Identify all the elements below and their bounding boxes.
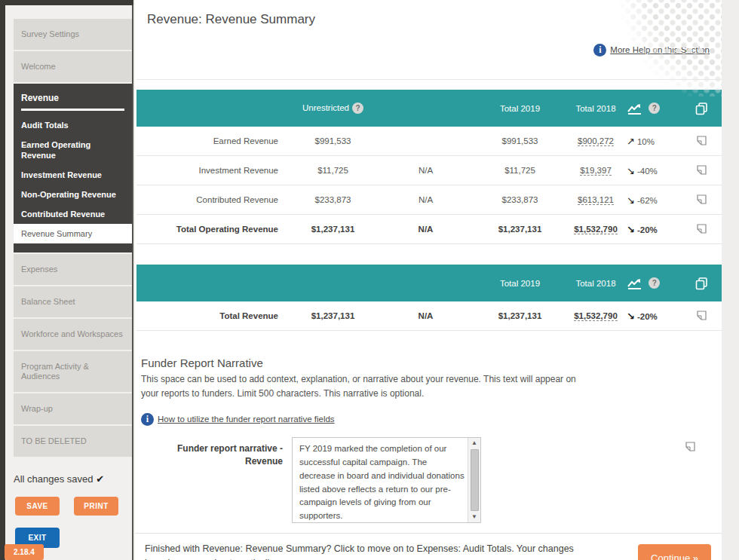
sidebar-item-audit-totals[interactable]: Audit Totals [14, 115, 132, 135]
sidebar-group-revenue-title[interactable]: Revenue [14, 84, 132, 103]
print-button[interactable]: PRINT [74, 497, 118, 516]
col-total-2019: Total 2019 [473, 104, 567, 113]
info-icon[interactable]: i [141, 413, 154, 426]
checkmark-icon: ✔ [96, 473, 104, 485]
version-badge: 2.18.4 [5, 544, 44, 560]
narrative-help-link[interactable]: How to utilize the funder report narrati… [158, 415, 335, 424]
footer-text: Finished with Revenue: Revenue Summary? … [145, 542, 578, 560]
textarea-scrollbar[interactable]: ▲ ▼ [468, 438, 480, 522]
change-cell: ↘-20% [624, 311, 681, 322]
save-status: All changes saved ✔ [14, 473, 132, 485]
header-divider [136, 79, 722, 80]
restricted-value: N/A [379, 195, 473, 204]
unrestricted-help-icon[interactable]: ? [352, 103, 363, 114]
sidebar-item-survey-settings[interactable]: Survey Settings [14, 19, 132, 50]
note-checkbox-icon[interactable] [696, 135, 707, 146]
sidebar-item-wrap-up[interactable]: Wrap-up [14, 393, 132, 424]
note-checkbox-icon[interactable] [696, 223, 707, 234]
col-copy [681, 276, 722, 291]
row-label: Contributed Revenue [136, 195, 287, 204]
copy-icon[interactable] [694, 276, 709, 291]
copy-icon[interactable] [694, 101, 709, 116]
change-percent: -40% [637, 167, 658, 176]
save-button[interactable]: SAVE [15, 497, 60, 516]
narrative-textarea[interactable]: FY 2019 marked the completion of our suc… [293, 438, 468, 522]
col-copy [681, 101, 722, 116]
unrestricted-value: $991,533 [287, 136, 379, 145]
table-row: Investment Revenue $11,725 N/A $11,725 $… [136, 156, 722, 185]
funder-report-narrative-section: Funder Report Narrative This space can b… [141, 357, 722, 523]
more-help-link[interactable]: More Help on this Section [610, 45, 710, 54]
sidebar-item-earned-operating-revenue[interactable]: Earned Operating Revenue [14, 135, 132, 165]
continue-button[interactable]: Continue » [638, 544, 711, 560]
total-2018-value: $613,121 [567, 195, 624, 204]
col-total-2018: Total 2018 [567, 104, 624, 113]
unrestricted-value: $1,237,131 [287, 311, 379, 320]
right-gutter [722, 0, 739, 560]
scroll-down-arrow-icon[interactable]: ▼ [471, 512, 477, 522]
sidebar-item-investment-revenue[interactable]: Investment Revenue [14, 165, 132, 185]
col-unrestricted: Unrestricted? [287, 103, 379, 114]
sidebar-item-revenue-summary-selected[interactable]: Revenue Summary [14, 224, 132, 243]
total-2018-tooltip-value[interactable]: $613,121 [578, 195, 614, 205]
unrestricted-value: $233,873 [287, 195, 379, 204]
total-2018-tooltip-value[interactable]: $1,532,790 [574, 225, 618, 234]
scrollbar-thumb[interactable] [471, 449, 479, 511]
col-trend: ? [624, 103, 681, 115]
sidebar-item-workforce-workspaces[interactable]: Workforce and Workspaces [14, 319, 132, 350]
total-table-header: Total 2019 Total 2018 ? [136, 265, 722, 301]
narrative-description: This space can be used to add context, e… [141, 372, 593, 400]
col-unrestricted-label: Unrestricted [302, 103, 349, 112]
narrative-help-row: iHow to utilize the funder report narrat… [141, 413, 722, 426]
window-left-edge [0, 0, 5, 560]
sidebar-item-welcome[interactable]: Welcome [14, 51, 132, 82]
trend-help-icon[interactable]: ? [649, 277, 660, 289]
trend-down-arrow-icon: ↘ [627, 194, 635, 206]
sidebar-item-contributed-revenue[interactable]: Contributed Revenue [14, 204, 132, 224]
total-2019-value: $11,725 [473, 166, 567, 175]
change-percent: -20% [637, 312, 658, 321]
unrestricted-value: $1,237,131 [287, 225, 379, 234]
total-2018-tooltip-value[interactable]: $900,272 [578, 136, 614, 146]
total-2018-tooltip-value[interactable]: $19,397 [580, 166, 612, 176]
note-cell [681, 223, 722, 236]
table-row: Contributed Revenue $233,873 N/A $233,87… [136, 185, 722, 215]
col-total-2018: Total 2018 [567, 279, 624, 288]
note-checkbox-icon[interactable] [685, 441, 696, 452]
trend-down-arrow-icon: ↘ [627, 311, 635, 322]
change-percent: -62% [637, 196, 658, 205]
total-2019-value: $233,873 [473, 195, 567, 204]
note-cell [681, 310, 722, 323]
table-row-total-operating: Total Operating Revenue $1,237,131 N/A $… [136, 215, 722, 244]
sidebar-group-revenue: Revenue Audit Totals Earned Operating Re… [14, 84, 132, 252]
sidebar-item-balance-sheet[interactable]: Balance Sheet [14, 286, 132, 317]
total-2018-value: $1,532,790 [567, 311, 624, 320]
note-checkbox-icon[interactable] [696, 164, 707, 176]
col-total-2019: Total 2019 [473, 279, 567, 288]
info-icon[interactable]: i [593, 44, 606, 57]
note-checkbox-icon[interactable] [696, 310, 707, 321]
trend-chart-icon [627, 277, 643, 289]
total-2018-tooltip-value[interactable]: $1,532,790 [574, 311, 618, 321]
revenue-group-underline [21, 109, 124, 111]
sidebar-item-expenses[interactable]: Expenses [14, 254, 132, 285]
sidebar: Survey Settings Welcome Revenue Audit To… [5, 5, 133, 560]
total-2018-value: $1,532,790 [567, 225, 624, 234]
trend-up-arrow-icon: ↗ [627, 136, 635, 147]
note-cell [681, 135, 722, 148]
scroll-up-arrow-icon[interactable]: ▲ [471, 438, 477, 448]
col-trend: ? [624, 277, 681, 289]
total-2019-value: $1,237,131 [473, 311, 567, 320]
sidebar-item-to-be-deleted[interactable]: TO BE DELETED [14, 426, 132, 457]
footer: Finished with Revenue: Revenue Summary? … [135, 534, 722, 560]
note-cell [681, 164, 722, 177]
note-checkbox-icon[interactable] [696, 194, 707, 205]
note-cell [681, 194, 722, 207]
sidebar-item-program-activity-audiences[interactable]: Program Activity & Audiences [14, 351, 132, 392]
total-2019-value: $991,533 [473, 136, 567, 145]
trend-help-icon[interactable]: ? [649, 103, 660, 114]
page-title: Revenue: Revenue Summary [147, 12, 722, 27]
sidebar-item-non-operating-revenue[interactable]: Non-Operating Revenue [14, 185, 132, 204]
row-label: Total Revenue [136, 311, 287, 320]
revenue-summary-table: Unrestricted? Total 2019 Total 2018 ? [136, 90, 722, 244]
